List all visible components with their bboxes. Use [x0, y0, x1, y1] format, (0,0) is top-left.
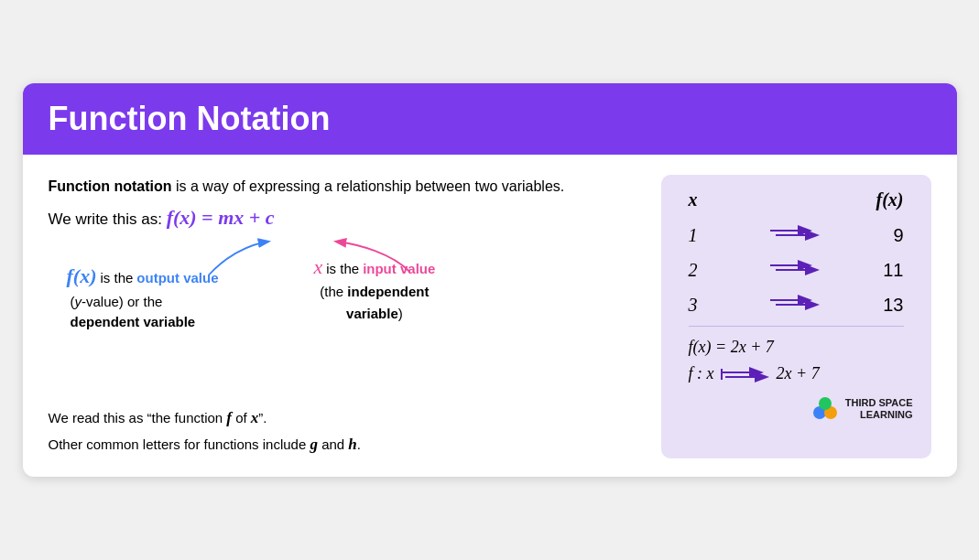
variable-label: variable	[346, 306, 398, 321]
fx-formula: f(x) = 2x + 7	[689, 338, 904, 357]
fx-val-2: 11	[876, 260, 904, 281]
is-the-text: is the	[100, 270, 133, 285]
fx-symbol: f(x)	[67, 264, 97, 288]
read-as-end: ”.	[258, 410, 267, 425]
we-write-label: We write this as:	[49, 210, 167, 228]
svg-point-11	[819, 397, 832, 410]
arrow-3	[716, 293, 876, 317]
mapping-formula: f : x	[689, 364, 904, 383]
output-desc: (y-value) or the dependent variable	[71, 292, 219, 333]
intro-text-rest: is a way of expressing a relationship be…	[172, 178, 565, 194]
read-as-line: We read this as “the function f of x”.	[49, 405, 643, 432]
left-panel: Function notation is a way of expressing…	[49, 175, 643, 458]
common-letters-and: and	[318, 436, 348, 452]
map-rhs: 2x + 7	[777, 364, 820, 383]
input-desc: (the independent variable)	[314, 281, 436, 325]
independent-label: independent	[347, 284, 429, 299]
logo-text: THIRD SPACE LEARNING	[845, 397, 913, 421]
col-fx-header: f(x)	[876, 189, 903, 210]
arrow-2	[716, 258, 876, 282]
map-arrow-icon	[720, 365, 771, 383]
main-card: Function Notation Function notation is a…	[23, 83, 957, 476]
table-header: x f(x)	[680, 189, 913, 218]
col-x-header: x	[689, 189, 698, 210]
third-space-logo-icon	[810, 394, 840, 424]
fx-val-1: 9	[876, 225, 904, 246]
main-formula: f(x) = mx + c	[167, 206, 275, 229]
right-panel: x f(x) 1	[661, 175, 931, 458]
x-val-2: 2	[689, 260, 716, 281]
input-value-label: input value	[363, 261, 435, 276]
header-section: Function Notation	[23, 83, 957, 155]
page-title: Function Notation	[49, 100, 931, 138]
common-letters-text1: Other common letters for functions inclu…	[49, 436, 310, 452]
map-lhs: f : x	[689, 364, 714, 383]
is-the-input-text: is the	[326, 261, 359, 276]
intro-paragraph: Function notation is a way of expressing…	[49, 175, 643, 199]
read-as-of: of	[232, 410, 251, 425]
formula-bottom: f(x) = 2x + 7 f : x	[680, 330, 913, 387]
table-divider	[689, 326, 904, 327]
annotation-input: x is the input value (the independent va…	[314, 255, 436, 325]
logo-line2: LEARNING	[845, 409, 913, 421]
h-italic: h	[348, 436, 356, 453]
logo-line1: THIRD SPACE	[845, 397, 913, 409]
content-area: Function notation is a way of expressing…	[23, 155, 957, 476]
table-row: 2 11	[680, 253, 913, 287]
read-as-text1: We read this as “the function	[49, 410, 227, 425]
fx-val-3: 13	[876, 295, 904, 316]
common-letters-line: Other common letters for functions inclu…	[49, 432, 643, 458]
dependent-variable-label: dependent variable	[71, 314, 196, 329]
x-symbol: x	[314, 255, 323, 279]
logo-area: THIRD SPACE LEARNING	[680, 394, 913, 424]
function-notation-bold: Function notation	[49, 178, 172, 194]
annotations-area: f(x) is the output value (y-value) or th…	[49, 237, 643, 402]
g-italic: g	[310, 436, 318, 453]
output-value-label: output value	[136, 270, 218, 285]
formula-line: We write this as: f(x) = mx + c	[49, 206, 643, 230]
x-val-3: 3	[689, 295, 716, 316]
annotation-output: f(x) is the output value (y-value) or th…	[67, 264, 219, 333]
table-row: 1 9	[680, 218, 913, 253]
common-letters-end: .	[357, 436, 361, 452]
table-row: 3 13	[680, 287, 913, 322]
x-val-1: 1	[689, 225, 716, 246]
arrow-1	[716, 223, 876, 247]
bottom-text: We read this as “the function f of x”. O…	[49, 405, 643, 458]
